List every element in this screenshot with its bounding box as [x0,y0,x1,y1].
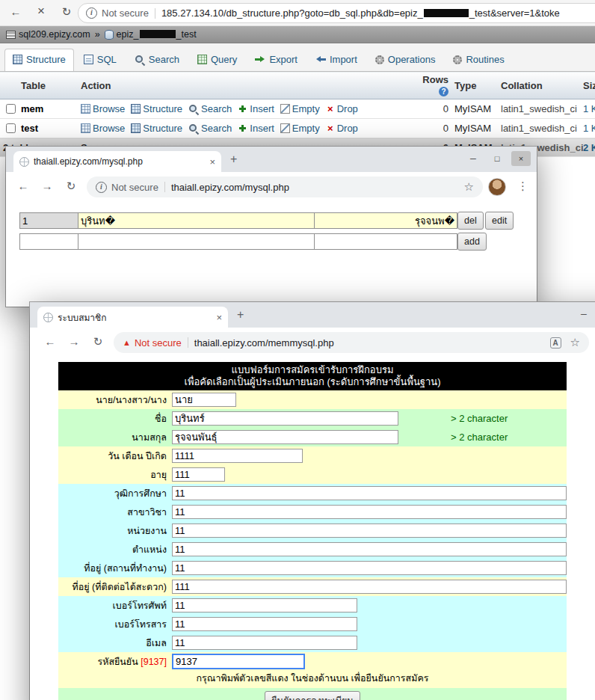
refresh-icon[interactable] [90,335,106,349]
back-icon[interactable] [15,179,31,192]
edit-button[interactable]: edit [485,212,514,230]
first-name-field[interactable] [172,411,398,426]
column-header-collation[interactable]: Collation [498,72,580,99]
url-text: thaiall.epizy.com/mysql.php [171,182,289,193]
refresh-icon[interactable] [58,5,75,19]
page-content: แบบฟอร์มการสมัครเข้ารับการฝึกอบรม เพื่อค… [30,357,595,700]
info-icon[interactable] [86,7,97,19]
new-tab-icon[interactable] [237,309,244,321]
mysql-browser-window: thaiall.epizy.com/mysql.php Not secure t… [6,147,537,307]
education-field[interactable] [172,486,567,500]
search-link[interactable]: Search [188,103,232,114]
translate-icon[interactable] [550,337,561,349]
favicon-globe-icon [43,313,53,322]
major-field[interactable] [172,505,567,519]
forward-icon[interactable] [39,179,55,192]
browse-link[interactable]: Browse [81,123,125,134]
star-icon[interactable] [570,336,580,349]
browser-tab[interactable]: thaiall.epizy.com/mysql.php [13,151,221,172]
add-button[interactable]: add [457,233,487,251]
column-header-table[interactable]: Table [18,72,78,99]
name-title-field[interactable] [172,393,236,407]
verify-code-field[interactable] [172,654,305,669]
maximize-icon[interactable] [487,151,507,166]
browser-tab[interactable]: ระบบสมาชิก [37,307,228,328]
form-title-line1: แบบฟอร์มการสมัครเข้ารับการฝึกอบรม [58,364,567,376]
pma-tab-import[interactable]: Import [307,49,366,71]
record-id-field[interactable] [19,212,79,229]
favicon-globe-icon [19,157,29,167]
breadcrumb-database[interactable]: epiz__test [105,29,197,40]
pma-tab-query[interactable]: Query [189,49,245,71]
menu-icon[interactable] [517,179,528,193]
organization-field[interactable] [172,524,567,538]
position-field[interactable] [172,542,567,556]
search-link[interactable]: Search [188,123,232,134]
row-checkbox[interactable] [6,123,16,133]
column-header-size[interactable]: Size [580,72,595,99]
insert-icon [238,104,247,114]
submit-row: ยืนยันการลงทะเบียน [58,688,567,700]
new-tab-icon[interactable] [230,153,237,165]
field-label: เบอร์โทรศัพท์ [58,598,172,613]
drop-link[interactable]: Drop [326,123,358,134]
address-bar[interactable]: Not secure thaiall.epizy.com/mysql.php [87,176,483,197]
browse-link[interactable]: Browse [81,103,125,114]
address-bar[interactable]: Not secure thaiall.epizy.com/memmysql.ph… [114,332,589,353]
insert-link[interactable]: Insert [238,103,274,114]
table-name[interactable]: test [18,119,78,138]
minimize-icon[interactable] [574,307,594,322]
refresh-icon[interactable] [63,179,79,193]
phone-field[interactable] [172,598,357,612]
new-id-field[interactable] [19,233,79,250]
url-redaction [424,9,469,17]
del-button[interactable]: del [457,212,484,230]
address-bar[interactable]: Not secure 185.27.134.10/db_structure.ph… [78,3,595,23]
column-header-checkbox [0,72,18,99]
info-icon[interactable] [96,182,107,193]
tab-title: thaiall.epizy.com/mysql.php [34,156,205,167]
back-icon[interactable] [7,5,24,18]
last-name-field[interactable] [172,430,398,444]
email-field[interactable] [172,636,357,650]
empty-link[interactable]: Empty [280,123,320,134]
breadcrumb-server[interactable]: sql209.epizy.com [6,29,90,40]
table-name[interactable]: mem [18,99,78,119]
pma-tab-sql[interactable]: SQL [75,49,125,71]
empty-link[interactable]: Empty [280,103,320,114]
column-header-type[interactable]: Type [451,72,498,99]
insert-link[interactable]: Insert [238,123,274,134]
stop-icon[interactable] [33,4,49,19]
work-address-field[interactable] [172,561,567,575]
age-field[interactable] [172,467,225,482]
pma-tab-routines[interactable]: Routines [445,49,512,71]
back-icon[interactable] [42,335,58,348]
record-name-field[interactable] [78,212,315,229]
avatar[interactable] [488,178,506,196]
fax-field[interactable] [172,617,357,631]
tab-close-icon[interactable] [216,312,222,323]
minimize-icon[interactable] [463,151,483,166]
tab-close-icon[interactable] [209,156,215,168]
row-checkbox[interactable] [6,104,16,114]
drop-link[interactable]: Drop [326,103,358,114]
pma-tab-operations[interactable]: Operations [367,49,444,71]
new-surname-field[interactable] [314,233,457,250]
pma-tab-search[interactable]: Search [126,49,188,71]
record-surname-field[interactable] [314,212,457,229]
new-name-field[interactable] [78,233,315,250]
close-icon[interactable] [511,151,531,166]
star-icon[interactable] [464,180,474,194]
submit-button[interactable]: ยืนยันการลงทะเบียน [265,691,360,700]
birthdate-field[interactable] [172,449,303,463]
column-header-rows[interactable]: Rows [416,72,451,99]
rows-help-icon[interactable] [439,87,448,96]
pma-tab-structure[interactable]: Structure [4,49,74,71]
contact-address-field[interactable] [172,580,567,594]
forward-icon[interactable] [66,335,82,348]
pma-tab-export[interactable]: Export [247,49,306,71]
structure-link[interactable]: Structure [131,103,182,114]
structure-link[interactable]: Structure [131,123,182,134]
divider [188,337,188,348]
field-label: ที่อยู่ (สถานที่ทำงาน) [58,561,172,576]
